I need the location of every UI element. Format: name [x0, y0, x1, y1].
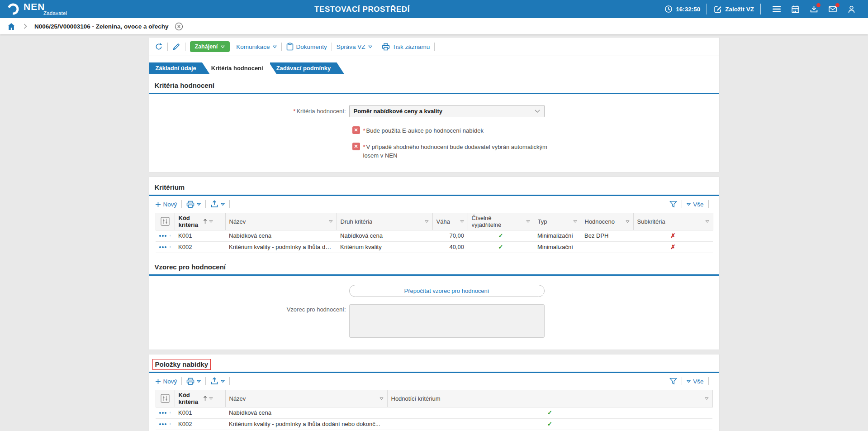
header-hodnotici-kriterium[interactable]: Hodnotící kritérium: [387, 390, 712, 407]
record-toolbar: Zahájení Komunikace Dokumenty: [149, 38, 719, 56]
print-dropdown[interactable]: [186, 378, 201, 385]
new-label: Nový: [163, 201, 177, 208]
print-dropdown[interactable]: [186, 201, 201, 208]
edit-button[interactable]: [172, 43, 180, 51]
breadcrumb: N006/25/V00003106 - Zelenina, ovoce a oř…: [0, 18, 868, 34]
server-time-value: 16:32:50: [676, 6, 700, 13]
chevron-right-icon: [24, 24, 27, 29]
export-dropdown[interactable]: [210, 200, 225, 208]
table-header-row: Kód kritéria Název Druh kritéria Váha Čí…: [156, 213, 713, 230]
cell-typ: Minimalizační: [534, 230, 581, 241]
menu-button[interactable]: [772, 5, 781, 13]
polozky-table: Kód kritéria Název Hodnotící kritérium: [156, 390, 713, 430]
komunikace-dropdown[interactable]: Komunikace: [236, 43, 276, 50]
header-kod-kriteria[interactable]: Kód kritéria: [175, 213, 225, 230]
tab-kriteria-hodnoceni[interactable]: Kritéria hodnocení: [203, 62, 277, 74]
divider: [229, 200, 230, 208]
column-filter-icon: [573, 220, 577, 223]
state-dropdown-button[interactable]: Zahájení: [190, 41, 230, 52]
dokumenty-button[interactable]: Dokumenty: [286, 43, 327, 51]
dropdown-arrow-icon: [687, 203, 691, 206]
divider: [707, 4, 707, 14]
kriteria-hodnoceni-value: Poměr nabídkové ceny a kvality: [354, 108, 535, 115]
header-vaha[interactable]: Váha: [432, 213, 468, 230]
required-mark: *: [293, 108, 295, 115]
view-all-dropdown[interactable]: Vše: [687, 378, 703, 385]
header-druh-kriteria[interactable]: Druh kritéria: [337, 213, 432, 230]
dropdown-arrow-icon: [221, 203, 225, 206]
info-icon[interactable]: [170, 243, 171, 251]
table-row[interactable]: K001 Nabídková cena Nabídková cena 70,00…: [156, 230, 713, 241]
printer-icon: [186, 378, 194, 385]
header-kod-kriteria[interactable]: Kód kritéria: [175, 390, 225, 407]
header-nazev[interactable]: Název: [225, 390, 387, 407]
komunikace-label: Komunikace: [236, 43, 270, 50]
row-menu-button[interactable]: [159, 412, 166, 414]
info-icon[interactable]: [170, 409, 171, 417]
new-kriterium-button[interactable]: Nový: [155, 201, 177, 208]
filter-button[interactable]: [669, 201, 677, 208]
refresh-button[interactable]: [155, 43, 163, 51]
dropdown-arrow-icon: [221, 380, 225, 383]
info-icon[interactable]: [170, 232, 171, 239]
tab-zadavaci-podminky[interactable]: Zadávací podmínky: [270, 62, 345, 74]
divider: [181, 377, 182, 385]
header-cislene-vyjadritelne[interactable]: Číselně vyjádřitelné: [468, 213, 534, 230]
refresh-icon: [155, 43, 163, 51]
clock-icon: [664, 5, 673, 13]
cell-nazev: Kritérium kvality - podmínky a lhůta do.…: [225, 241, 337, 253]
header-hodnoceno[interactable]: Hodnoceno: [581, 213, 633, 230]
flag-no-icon[interactable]: ✕: [352, 126, 360, 134]
calendar-button[interactable]: [791, 5, 800, 14]
cell-druh: Nabídková cena: [337, 230, 432, 241]
new-polozka-button[interactable]: Nový: [155, 378, 177, 385]
tab-bar: Základní údaje Kritéria hodnocení Zadáva…: [149, 62, 719, 74]
breadcrumb-item[interactable]: N006/25/V00003106 - Zelenina, ovoce a oř…: [34, 23, 168, 30]
header-typ[interactable]: Typ: [534, 213, 581, 230]
cell-vaha: 70,00: [432, 230, 468, 241]
tisk-zaznamu-button[interactable]: Tisk záznamu: [382, 43, 430, 51]
export-dropdown[interactable]: [210, 377, 225, 385]
close-record-button[interactable]: [175, 22, 183, 31]
page-content: Zahájení Komunikace Dokumenty: [149, 38, 719, 431]
cell-hodnotici-check: ✓: [387, 418, 712, 430]
cell-kod: K002: [175, 418, 225, 430]
tab-zakladni-udaje[interactable]: Základní údaje: [149, 62, 210, 74]
row-menu-button[interactable]: [159, 246, 166, 248]
flag-no-icon[interactable]: ✕: [352, 143, 360, 150]
table-row[interactable]: K001 Nabídková cena ✓: [156, 407, 712, 418]
dokumenty-label: Dokumenty: [296, 43, 327, 50]
highlighted-heading: Položky nabídky: [152, 359, 211, 370]
cell-hodnotici-check: ✓: [387, 407, 712, 418]
view-all-label: Vše: [693, 378, 703, 385]
table-row[interactable]: K002 Kritérium kvality - podmínky a lhůt…: [156, 418, 712, 430]
column-settings-icon: [161, 394, 170, 403]
flag-los-label: *V případě shodného hodnocení bude dodav…: [363, 143, 558, 160]
header-subkriteria[interactable]: Subkritéria: [633, 213, 713, 230]
nen-logo[interactable]: NEN Zadavatel: [6, 2, 67, 16]
cell-hodnoceno: [581, 241, 633, 253]
recalc-formula-button[interactable]: Přepočítat vzorec pro hodnocení: [349, 285, 545, 297]
home-button[interactable]: [7, 23, 15, 30]
create-vz-button[interactable]: Založit VZ: [713, 5, 754, 14]
row-menu-button[interactable]: [159, 423, 166, 425]
view-all-dropdown[interactable]: Vše: [687, 201, 703, 208]
profile-button[interactable]: [847, 5, 856, 14]
downloads-button[interactable]: [810, 5, 818, 14]
kriteria-hodnoceni-select[interactable]: Poměr nabídkové ceny a kvality: [349, 105, 545, 117]
row-menu-button[interactable]: [159, 235, 166, 237]
messages-button[interactable]: [828, 5, 837, 13]
section-title-kriteria-hodnoceni: Kritéria hodnocení: [149, 74, 719, 93]
section-title-polozky: Položky nabídky: [149, 354, 719, 372]
formula-textarea[interactable]: [349, 304, 545, 338]
top-app-bar: NEN Zadavatel TESTOVACÍ PROSTŘEDÍ 16:32:…: [0, 0, 868, 18]
table-row[interactable]: K002 Kritérium kvality - podmínky a lhůt…: [156, 241, 713, 253]
chevron-down-icon: [535, 110, 540, 113]
info-icon[interactable]: [170, 420, 171, 428]
flag-los: ✕ *V případě shodného hodnocení bude dod…: [352, 143, 719, 172]
column-settings-button[interactable]: [156, 390, 175, 407]
column-settings-button[interactable]: [156, 213, 175, 230]
sprava-vz-dropdown[interactable]: Správa VZ: [337, 43, 372, 50]
filter-button[interactable]: [669, 378, 677, 385]
header-nazev[interactable]: Název: [225, 213, 337, 230]
